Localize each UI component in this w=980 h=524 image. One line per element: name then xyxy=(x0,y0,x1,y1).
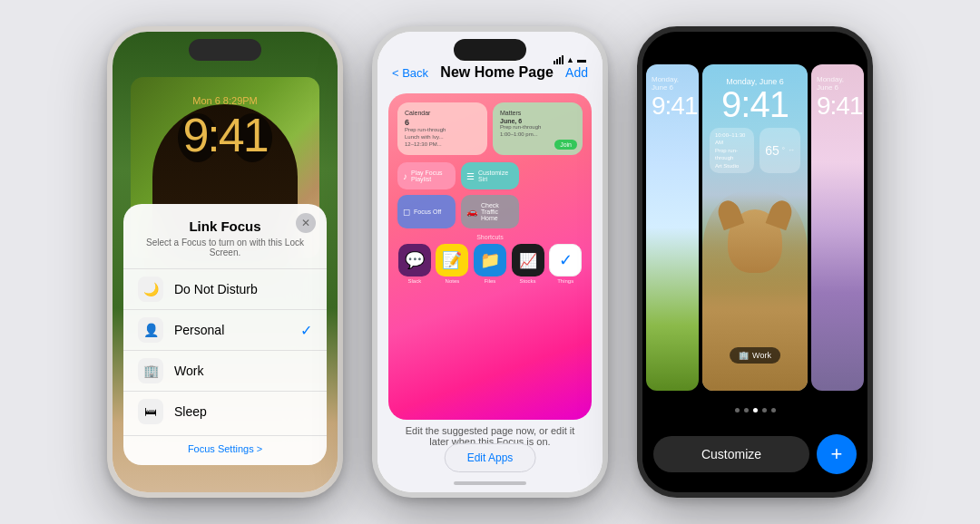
dot-1 xyxy=(735,408,740,412)
lock-screen-widgets: 10:00–11:30 AMProp run-throughArt Studio… xyxy=(702,128,808,173)
add-button[interactable]: Add xyxy=(565,65,588,80)
siri-icon: ☰ xyxy=(466,171,475,181)
status-icons: ▲ ▬ xyxy=(554,54,586,64)
stocks-icon: 📈 xyxy=(512,244,544,277)
moon-icon: 🌙 xyxy=(138,277,163,302)
dot-2 xyxy=(744,408,749,412)
things-app[interactable]: ✓ Things xyxy=(548,244,583,284)
join-button[interactable]: Join xyxy=(554,140,577,150)
home-page-preview: Calendar 6 Prep run-throughLunch with Iv… xyxy=(388,93,592,420)
focus-label-dnd: Do Not Disturb xyxy=(174,282,312,296)
wallpaper-panel-right[interactable]: Monday, June 6 9:41 xyxy=(811,64,864,391)
briefcase-icon: 🏢 xyxy=(138,358,163,383)
shortcut-play-focus[interactable]: ♪ Play Focus Playlist xyxy=(397,162,456,189)
shortcuts-section-label: Shortcuts xyxy=(397,234,583,240)
notes-app[interactable]: 📝 Notes xyxy=(436,244,470,284)
focus-item-work[interactable]: 🏢 Work xyxy=(123,350,327,391)
checkmark-icon: ✓ xyxy=(300,322,312,339)
phone1-clock: 9:41 xyxy=(113,108,338,162)
home-indicator xyxy=(454,481,526,485)
dynamic-island-2 xyxy=(454,39,526,61)
focus-label-personal: Personal xyxy=(174,323,289,337)
focus-item-do-not-disturb[interactable]: 🌙 Do Not Disturb xyxy=(123,268,327,309)
focus-settings-link[interactable]: Focus Settings > xyxy=(123,435,327,454)
focus-off-icon: ◻ xyxy=(403,207,410,217)
temp-widget-lock: 65 ° ↔ xyxy=(760,128,800,173)
edit-apps-button[interactable]: Edit Apps xyxy=(445,443,536,472)
signal-icon xyxy=(554,55,564,64)
page-title: New Home Page xyxy=(428,64,565,81)
car-icon: 🚗 xyxy=(466,207,477,217)
phone3-screen: PHOTO Monday, June 6 9:41 Monday, June 6… xyxy=(642,32,867,492)
phone2-screen: 9:41 ▲ ▬ < Back New Home Page Add C xyxy=(377,32,603,492)
things-icon: ✓ xyxy=(549,244,582,277)
focus-item-sleep[interactable]: 🛏 Sleep xyxy=(123,391,327,432)
calendar-widget: Calendar 6 Prep run-throughLunch with Iv… xyxy=(397,102,487,155)
notes-icon: 📝 xyxy=(436,244,468,277)
phone-1: Mon 6 8:29PM 9:41 ✕ Link Focus Select a … xyxy=(107,26,343,498)
dynamic-island-3 xyxy=(719,39,791,61)
stocks-app[interactable]: 📈 Stocks xyxy=(511,244,545,284)
shortcut-customize-siri[interactable]: ☰ Customize Siri xyxy=(461,162,519,189)
slack-app[interactable]: 💬 Slack xyxy=(397,244,432,284)
wallpaper-panel-left[interactable]: Monday, June 6 9:41 xyxy=(646,64,699,391)
dot-3-active xyxy=(753,408,758,412)
modal-close-button[interactable]: ✕ xyxy=(296,213,316,233)
phone3-bottom-bar: Customize + xyxy=(653,434,857,474)
battery-icon: ▬ xyxy=(577,54,586,64)
dock-apps-row: 💬 Slack 📝 Notes 📁 Files 📈 Stocks ✓ xyxy=(397,244,583,284)
phone1-date: Mon 6 8:29PM xyxy=(113,95,338,106)
phone1-time-area: Mon 6 8:29PM 9:41 xyxy=(113,95,338,162)
files-app[interactable]: 📁 Files xyxy=(473,244,507,284)
widget-cards-grid: Calendar 6 Prep run-throughLunch with Iv… xyxy=(397,102,583,155)
phone-2: 9:41 ▲ ▬ < Back New Home Page Add C xyxy=(372,26,608,498)
matters-widget: Matters June, 6 Prep run-through1:00–1:0… xyxy=(493,102,583,155)
music-icon: ♪ xyxy=(403,171,407,181)
shortcuts-row-2: ◻ Focus Off 🚗 Check Traffic Home xyxy=(397,195,583,228)
files-icon: 📁 xyxy=(474,244,506,277)
focus-label-work: Work xyxy=(174,364,312,378)
shortcut-traffic[interactable]: 🚗 Check Traffic Home xyxy=(461,195,519,228)
dot-5 xyxy=(771,408,776,412)
focus-item-personal[interactable]: 👤 Personal ✓ xyxy=(123,309,327,350)
carousel-dots xyxy=(642,408,867,412)
back-button[interactable]: < Back xyxy=(392,66,428,80)
work-focus-badge: 🏢 Work xyxy=(730,347,780,364)
phone-3: PHOTO Monday, June 6 9:41 Monday, June 6… xyxy=(637,26,873,498)
shortcuts-row-1: ♪ Play Focus Playlist ☰ Customize Siri xyxy=(397,162,583,189)
wallpaper-carousel: Monday, June 6 9:41 Monday, June 6 9:41 … xyxy=(642,64,867,391)
briefcase-small-icon: 🏢 xyxy=(739,351,749,360)
dynamic-island-1 xyxy=(189,39,261,61)
shortcut-focus-off[interactable]: ◻ Focus Off xyxy=(397,195,456,228)
bed-icon: 🛏 xyxy=(138,399,163,424)
lock-screen-time: 9:41 xyxy=(702,86,808,122)
modal-subtitle: Select a Focus to turn on with this Lock… xyxy=(123,238,327,257)
slack-icon: 💬 xyxy=(398,244,431,277)
wallpaper-panel-center[interactable]: Monday, June 6 9:41 10:00–11:30 AMProp r… xyxy=(702,64,808,391)
person-icon: 👤 xyxy=(138,317,163,343)
add-wallpaper-button[interactable]: + xyxy=(817,434,857,474)
link-focus-modal: ✕ Link Focus Select a Focus to turn on w… xyxy=(123,204,327,465)
phone2-header: < Back New Home Page Add xyxy=(377,64,603,81)
wifi-icon: ▲ xyxy=(566,55,574,64)
dot-4 xyxy=(762,408,767,412)
calendar-widget-lock: 10:00–11:30 AMProp run-throughArt Studio xyxy=(710,128,754,173)
focus-label-sleep: Sleep xyxy=(174,404,312,419)
customize-button[interactable]: Customize xyxy=(653,436,809,472)
